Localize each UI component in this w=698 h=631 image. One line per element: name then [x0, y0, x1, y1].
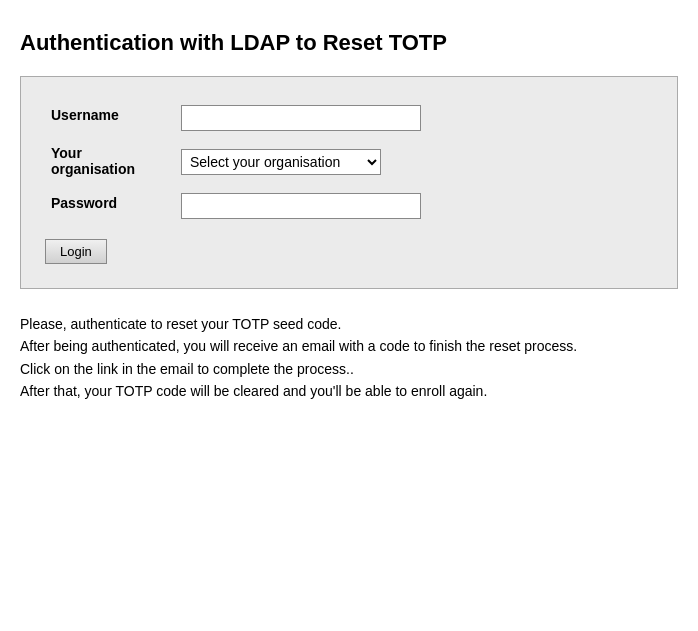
info-section: Please, authenticate to reset your TOTP …: [20, 313, 678, 403]
username-label: Username: [45, 97, 175, 139]
organisation-row: Your organisation Select your organisati…: [45, 139, 653, 185]
password-input[interactable]: [181, 193, 421, 219]
info-line2: After being authenticated, you will rece…: [20, 335, 678, 357]
username-input[interactable]: [181, 105, 421, 131]
username-row: Username: [45, 97, 653, 139]
password-row: Password: [45, 185, 653, 227]
password-label: Password: [45, 185, 175, 227]
info-line3: Click on the link in the email to comple…: [20, 358, 678, 380]
form-table: Username Your organisation Select your o…: [45, 97, 653, 227]
page-title: Authentication with LDAP to Reset TOTP: [20, 30, 678, 56]
auth-form-container: Username Your organisation Select your o…: [20, 76, 678, 289]
organisation-select[interactable]: Select your organisation: [181, 149, 381, 175]
organisation-label: Your organisation: [45, 139, 175, 185]
login-btn-row: Login: [45, 239, 653, 264]
login-button[interactable]: Login: [45, 239, 107, 264]
info-line4: After that, your TOTP code will be clear…: [20, 380, 678, 402]
info-line1: Please, authenticate to reset your TOTP …: [20, 313, 678, 335]
